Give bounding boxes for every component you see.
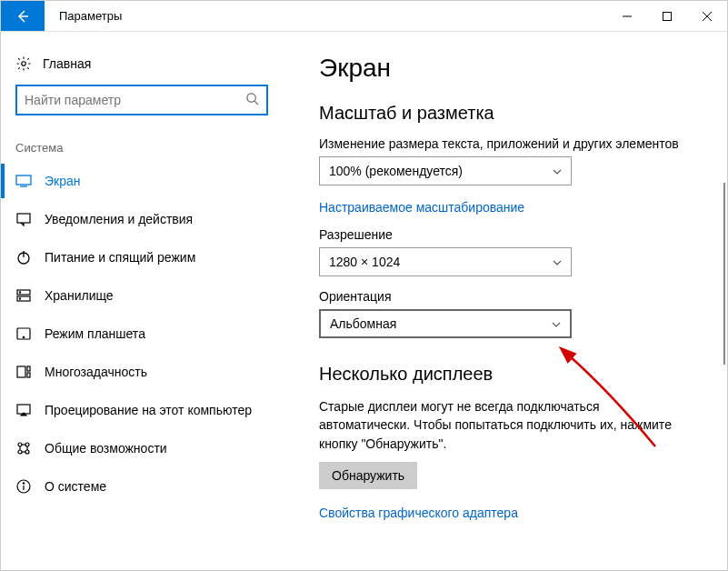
titlebar: Параметры <box>1 1 727 32</box>
back-button[interactable] <box>1 1 45 31</box>
sidebar-item-label: О системе <box>45 479 106 494</box>
tablet-icon <box>15 326 32 342</box>
sidebar-item-label: Уведомления и действия <box>45 212 193 226</box>
sidebar-item-label: Проецирование на этот компьютер <box>45 403 252 417</box>
svg-rect-7 <box>16 175 31 185</box>
sidebar-item-label: Режим планшета <box>45 326 145 341</box>
search-icon <box>245 92 259 108</box>
page-title: Экран <box>319 54 691 83</box>
svg-point-15 <box>19 298 20 299</box>
resolution-label: Разрешение <box>319 227 691 242</box>
nav-section-heading: Система <box>10 141 274 164</box>
gear-icon <box>15 55 32 72</box>
detect-button[interactable]: Обнаружить <box>319 462 417 489</box>
svg-point-24 <box>18 450 22 454</box>
display-icon <box>15 173 32 189</box>
scale-heading: Масштаб и разметка <box>319 103 691 124</box>
sidebar-item-storage[interactable]: Хранилище <box>10 278 274 313</box>
svg-point-23 <box>25 443 29 446</box>
sidebar-item-multitask[interactable]: Многозадачность <box>10 355 274 389</box>
svg-point-22 <box>18 443 22 446</box>
orientation-value: Альбомная <box>330 316 396 331</box>
maximize-button[interactable] <box>647 1 687 31</box>
home-label: Главная <box>43 56 91 71</box>
info-icon <box>15 478 32 495</box>
window-title: Параметры <box>45 1 122 31</box>
svg-rect-1 <box>663 12 672 20</box>
sidebar-item-label: Общие возможности <box>45 441 167 456</box>
multi-heading: Несколько дисплеев <box>319 364 691 385</box>
multi-desc: Старые дисплеи могут не всегда подключат… <box>319 397 691 453</box>
minimize-button[interactable] <box>607 1 647 31</box>
scale-select[interactable]: 100% (рекомендуется) <box>319 156 572 185</box>
sidebar-item-notifications[interactable]: Уведомления и действия <box>10 202 274 236</box>
scale-value: 100% (рекомендуется) <box>329 164 463 178</box>
sidebar-item-label: Многозадачность <box>45 365 147 379</box>
orientation-label: Ориентация <box>319 289 691 304</box>
custom-scaling-link[interactable]: Настраиваемое масштабирование <box>319 200 524 215</box>
svg-rect-9 <box>17 214 30 223</box>
resolution-select[interactable]: 1280 × 1024 <box>319 247 572 276</box>
project-icon <box>15 402 32 418</box>
svg-rect-20 <box>27 373 30 377</box>
sidebar-item-label: Хранилище <box>45 288 114 303</box>
svg-rect-19 <box>27 366 30 371</box>
scale-label: Изменение размера текста, приложений и д… <box>319 136 691 151</box>
svg-rect-18 <box>17 366 25 377</box>
arrow-left-icon <box>15 9 30 24</box>
sidebar-item-about[interactable]: О системе <box>10 469 274 504</box>
svg-point-4 <box>22 62 26 66</box>
svg-point-17 <box>23 336 24 337</box>
resolution-value: 1280 × 1024 <box>329 255 400 269</box>
chevron-down-icon <box>553 257 562 267</box>
close-button[interactable] <box>687 1 727 31</box>
svg-point-14 <box>19 292 20 293</box>
search-input[interactable]: Найти параметр <box>15 85 268 115</box>
multitask-icon <box>15 364 32 380</box>
sidebar-item-tablet[interactable]: Режим планшета <box>10 316 274 351</box>
svg-point-5 <box>247 94 255 102</box>
orientation-select[interactable]: Альбомная <box>319 309 572 338</box>
svg-point-25 <box>25 450 29 454</box>
chevron-down-icon <box>553 166 562 176</box>
svg-point-32 <box>23 483 24 484</box>
sidebar-item-power[interactable]: Питание и спящий режим <box>10 240 274 275</box>
sidebar-item-shared[interactable]: Общие возможности <box>10 431 274 466</box>
sidebar-item-display[interactable]: Экран <box>10 164 274 198</box>
power-icon <box>15 249 32 265</box>
search-placeholder: Найти параметр <box>25 93 121 107</box>
scrollbar[interactable] <box>723 183 725 365</box>
sidebar-item-projecting[interactable]: Проецирование на этот компьютер <box>10 393 274 427</box>
notification-icon <box>15 211 32 227</box>
chevron-down-icon <box>552 319 561 329</box>
shared-icon <box>15 440 32 456</box>
window-controls <box>607 1 727 31</box>
svg-line-6 <box>254 101 258 105</box>
content-panel: Экран Масштаб и разметка Изменение разме… <box>283 32 727 570</box>
storage-icon <box>15 287 32 304</box>
gpu-properties-link[interactable]: Свойства графического адаптера <box>319 506 518 520</box>
home-nav[interactable]: Главная <box>10 48 274 85</box>
sidebar: Главная Найти параметр Система Экран Уве… <box>1 32 283 570</box>
sidebar-item-label: Питание и спящий режим <box>45 250 195 265</box>
sidebar-item-label: Экран <box>45 174 81 188</box>
